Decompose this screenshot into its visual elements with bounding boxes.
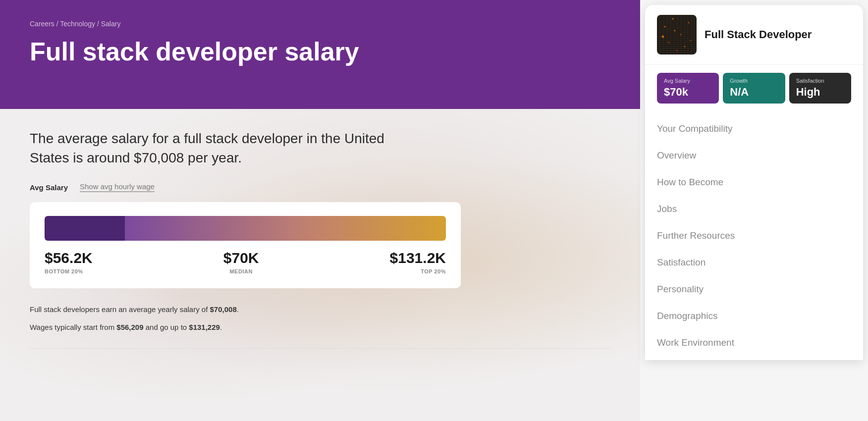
- nav-item-work-environment[interactable]: Work Environment: [645, 329, 863, 356]
- avg-description: The average salary for a full stack deve…: [30, 129, 426, 167]
- salary-top-label: TOP 20%: [421, 268, 446, 274]
- breadcrumb-careers[interactable]: Careers: [30, 20, 54, 28]
- tab-hourly-wage[interactable]: Show avg hourly wage: [80, 182, 155, 192]
- salary-bottom: $56.2K BOTTOM 20%: [45, 250, 93, 274]
- desc-2-bold1: $56,209: [116, 323, 143, 331]
- breadcrumb-technology[interactable]: Technology: [60, 20, 95, 28]
- bar-top: [306, 216, 446, 241]
- nav-item-overview[interactable]: Overview: [645, 142, 863, 169]
- desc-2-mid: and go up to: [144, 323, 189, 331]
- job-title: Full Stack Developer: [705, 28, 812, 42]
- salary-card: $56.2K BOTTOM 20% $70K MEDIAN $131.2K TO…: [30, 202, 461, 288]
- desc-line-1: Full stack developers earn an average ye…: [30, 303, 610, 316]
- desc-1-end: .: [237, 305, 239, 314]
- divider: [30, 348, 610, 349]
- nav-item-personality[interactable]: Personality: [645, 276, 863, 303]
- breadcrumb: Careers / Technology / Salary: [30, 20, 610, 28]
- bar-bottom: [45, 216, 125, 241]
- desc-2-bold2: $131,229: [189, 323, 220, 331]
- nav-item-how-to-become[interactable]: How to Become: [645, 169, 863, 196]
- stat-avg-salary-label: Avg Salary: [664, 78, 712, 84]
- salary-bottom-label: BOTTOM 20%: [45, 268, 93, 274]
- desc-1-text: Full stack developers earn an average ye…: [30, 305, 210, 314]
- desc-2-end: .: [220, 323, 222, 331]
- hero-section: Careers / Technology / Salary Full stack…: [0, 0, 640, 109]
- stats-row: Avg Salary $70k Growth N/A Satisfaction …: [645, 65, 863, 111]
- main-content: Careers / Technology / Salary Full stack…: [0, 0, 640, 421]
- nav-item-jobs[interactable]: Jobs: [645, 196, 863, 222]
- salary-bar: [45, 216, 446, 241]
- salary-top-amount: $131.2K: [390, 250, 446, 266]
- salary-labels: $56.2K BOTTOM 20% $70K MEDIAN $131.2K TO…: [45, 250, 446, 274]
- sidebar-nav: Your Compatibility Overview How to Becom…: [645, 111, 863, 360]
- breadcrumb-sep2: /: [97, 20, 101, 28]
- salary-median: $70K MEDIAN: [93, 250, 390, 274]
- page-title: Full stack developer salary: [30, 38, 610, 66]
- desc-1-bold: $70,008: [210, 305, 237, 314]
- salary-median-label: MEDIAN: [229, 268, 252, 274]
- stat-satisfaction: Satisfaction High: [789, 73, 851, 104]
- nav-item-compatibility[interactable]: Your Compatibility: [645, 115, 863, 142]
- salary-median-amount: $70K: [223, 250, 259, 266]
- bar-middle: [125, 216, 306, 241]
- nav-item-further-resources[interactable]: Further Resources: [645, 222, 863, 249]
- breadcrumb-salary[interactable]: Salary: [101, 20, 121, 28]
- sidebar-header: Full Stack Developer: [645, 5, 863, 65]
- stat-avg-salary: Avg Salary $70k: [657, 73, 719, 104]
- matrix-dots: [657, 15, 697, 54]
- stat-avg-salary-value: $70k: [664, 86, 712, 99]
- desc-line-2: Wages typically start from $56,209 and g…: [30, 321, 610, 334]
- tab-row: Avg Salary Show avg hourly wage: [30, 182, 610, 192]
- nav-item-demographics[interactable]: Demographics: [645, 303, 863, 329]
- sidebar: Full Stack Developer Avg Salary $70k Gro…: [645, 5, 863, 360]
- salary-top: $131.2K TOP 20%: [390, 250, 446, 274]
- nav-item-satisfaction[interactable]: Satisfaction: [645, 249, 863, 276]
- stat-satisfaction-value: High: [796, 86, 844, 99]
- stat-growth: Growth N/A: [723, 73, 785, 104]
- salary-bottom-amount: $56.2K: [45, 250, 93, 266]
- tab-avg-salary[interactable]: Avg Salary: [30, 183, 68, 192]
- stat-growth-label: Growth: [730, 78, 778, 84]
- job-thumbnail: [657, 15, 697, 54]
- desc-2-text: Wages typically start from: [30, 323, 116, 331]
- stat-growth-value: N/A: [730, 86, 778, 99]
- stat-satisfaction-label: Satisfaction: [796, 78, 844, 84]
- body-content: The average salary for a full stack deve…: [0, 109, 640, 421]
